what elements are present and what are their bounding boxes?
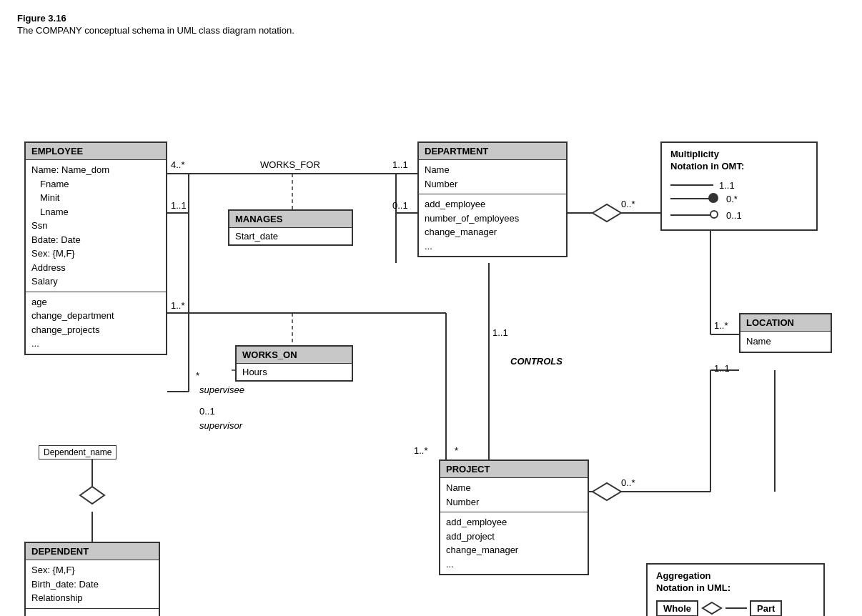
mult-0star-dept: 0..* (621, 199, 635, 209)
manages-class: MANAGES Start_date (228, 209, 353, 246)
aggregation-notation-box: Aggregation Notation in UML: Whole Part (646, 563, 825, 616)
open-circle-icon (710, 210, 718, 219)
notation-row-11: 1..1 (670, 180, 808, 191)
mult-star-proj: * (455, 445, 458, 456)
page-container: Figure 3.16 The COMPANY conceptual schem… (0, 0, 862, 616)
svg-marker-28 (593, 483, 621, 500)
diagram-area: EMPLOYEE Name: Name_dom Fname Minit Lnam… (17, 49, 846, 606)
dependent-class: DEPENDENT Sex: {M,F} Birth_date: Date Re… (24, 542, 160, 616)
mult-11-wf: 1..1 (392, 159, 408, 170)
notation-line-0star (670, 198, 713, 199)
department-header: DEPARTMENT (419, 143, 566, 160)
figure-title: Figure 3.16 (17, 13, 845, 24)
manages-header: MANAGES (229, 211, 352, 228)
svg-marker-27 (593, 204, 621, 222)
location-header: LOCATION (740, 314, 831, 332)
multiplicity-title: Multiplicity Notation in OMT: (670, 149, 808, 173)
figure-caption: The COMPANY conceptual schema in UML cla… (17, 25, 845, 36)
mult-1star-sup: 1..* (171, 300, 185, 311)
employee-section1: Name: Name_dom Fname Minit Lname Ssn Bda… (26, 160, 166, 292)
project-section1: Name Number (440, 478, 588, 512)
notation-line-11 (670, 184, 713, 186)
mult-0star-proj: 0..* (621, 477, 635, 488)
project-header: PROJECT (440, 461, 588, 478)
supervisor-label: supervisor (199, 420, 242, 431)
department-section1: Name Number (419, 160, 566, 194)
project-section2: add_employee add_project change_manager … (440, 512, 588, 574)
works-on-section: Hours (237, 364, 352, 380)
notation-rows: 1..1 0.* 0..1 (670, 180, 808, 221)
dependent-header: DEPENDENT (26, 543, 159, 560)
aggregation-diamond-icon (701, 601, 723, 615)
mult-11-loc: 1..1 (714, 363, 730, 374)
svg-marker-29 (80, 487, 104, 504)
employee-section2: age change_department change_projects ..… (26, 292, 166, 354)
works-for-label: WORKS_FOR (260, 159, 320, 170)
aggregation-row: Whole Part (656, 600, 815, 616)
mult-11-manages-left: 1..1 (171, 200, 187, 211)
notation-row-01: 0..1 (670, 210, 808, 221)
filled-circle-icon (708, 193, 718, 203)
employee-header: EMPLOYEE (26, 143, 166, 160)
dependent-name-box: Dependent_name (39, 445, 117, 459)
department-section2: add_employee number_of_employees change_… (419, 194, 566, 256)
works-on-class: WORKS_ON Hours (235, 345, 353, 382)
project-class: PROJECT Name Number add_employee add_pro… (439, 459, 589, 575)
works-on-header: WORKS_ON (237, 347, 352, 364)
mult-1star-loc: 1..* (714, 320, 728, 331)
whole-box: Whole (656, 600, 698, 616)
mult-4star: 4..* (171, 159, 185, 170)
dependent-section1: Sex: {M,F} Birth_date: Date Relationship (26, 560, 159, 609)
department-class: DEPARTMENT Name Number add_employee numb… (417, 141, 568, 257)
employee-class: EMPLOYEE Name: Name_dom Fname Minit Lnam… (24, 141, 167, 355)
svg-marker-30 (703, 602, 721, 614)
aggregation-title: Aggregation Notation in UML: (656, 570, 815, 595)
notation-line-01 (670, 214, 713, 216)
multiplicity-notation-box: Multiplicity Notation in OMT: 1..1 0.* (660, 141, 818, 231)
agg-connector-line (725, 607, 747, 609)
controls-label: CONTROLS (510, 356, 563, 367)
mult-11-ctrl: 1..1 (492, 327, 508, 338)
mult-01-manages: 0..1 (392, 200, 408, 211)
mult-01-supervisor: 0..1 (199, 406, 215, 417)
notation-row-0star: 0.* (670, 194, 808, 204)
mult-1star-proj: 1..* (414, 445, 428, 456)
supervisee-label: supervisee (199, 384, 244, 395)
manages-section: Start_date (229, 228, 352, 244)
dependent-section2: ... (26, 609, 159, 617)
part-box: Part (750, 600, 782, 616)
location-section1: Name (740, 332, 831, 352)
location-class: LOCATION Name (739, 313, 832, 353)
mult-star-sup: * (196, 370, 199, 381)
